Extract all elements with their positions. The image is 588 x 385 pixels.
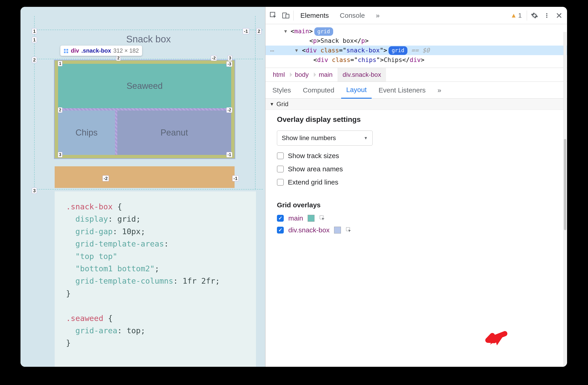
kebab-menu-icon[interactable] (542, 11, 552, 20)
settings-icon[interactable] (530, 11, 539, 20)
grid-line-number: -1 (243, 28, 249, 34)
dom-node-main[interactable]: ▼ <main>grid (266, 26, 567, 36)
checkbox-label: Show area names (288, 165, 343, 173)
grid-badge[interactable]: grid (389, 46, 407, 55)
inspect-element-icon[interactable] (269, 11, 278, 20)
tab-computed[interactable]: Computed (298, 82, 339, 98)
device-toolbar-icon[interactable] (281, 11, 291, 20)
warning-icon: ▲ (511, 12, 517, 19)
svg-rect-2 (64, 51, 65, 53)
grid-badge[interactable]: grid (314, 27, 333, 36)
grid-line-number: -1 (232, 175, 239, 181)
color-swatch[interactable] (308, 215, 315, 222)
grid-inner-number: -3 (226, 61, 232, 67)
grid-inner-number: 1 (58, 61, 63, 66)
grid-inner-number: 3 (58, 152, 63, 157)
tab-console[interactable]: Console (336, 7, 369, 24)
svg-rect-3 (66, 51, 68, 53)
dom-node-p[interactable]: <p>Snack box</p> (266, 36, 567, 45)
grid-gap-horizontal (58, 108, 231, 110)
overlay-name[interactable]: div.snack-box (288, 226, 330, 234)
checkbox-area-names[interactable] (277, 166, 284, 172)
tooltip-tag: div (71, 47, 79, 54)
layout-panel-body: ▼ Grid Overlay display settings Show lin… (266, 99, 567, 367)
grid-inner-number: -1 (226, 152, 232, 157)
highlight-element-icon[interactable] (319, 215, 326, 222)
svg-point-9 (546, 16, 547, 18)
checkbox-track-sizes[interactable] (277, 152, 284, 159)
grid-line-number: 3 (32, 188, 37, 194)
checkbox-extend-lines[interactable] (277, 179, 284, 186)
css-code-block: .snack-box { display: grid; grid-gap: 10… (55, 191, 256, 367)
highlight-element-icon[interactable] (345, 227, 352, 234)
chevron-down-icon: ▼ (270, 102, 274, 107)
breadcrumb-item[interactable]: body (290, 68, 314, 82)
tab-styles[interactable]: Styles (267, 82, 296, 98)
vertical-scrollbar[interactable] (563, 32, 567, 367)
grid-inner-number: 2 (116, 55, 121, 61)
tooltip-class: .snack-box (81, 47, 111, 54)
scrollbar-thumb[interactable] (564, 139, 566, 230)
devtools-window: 1 -1 2 1 2 3 Snack box div.snack-box 312… (21, 7, 567, 367)
breadcrumb-item[interactable]: main (314, 68, 338, 82)
element-tooltip: div.snack-box 312 × 182 (60, 45, 142, 56)
snack-box-grid[interactable]: Seaweed Chips Peanut 1 2 -2 3 -3 2 -2 (55, 60, 234, 158)
chevron-down-icon: ▼ (364, 136, 368, 141)
checkbox-label: Show track sizes (288, 152, 339, 160)
tab-elements[interactable]: Elements (296, 7, 333, 24)
svg-rect-0 (64, 49, 65, 50)
grid-inner-number: -2 (211, 55, 217, 61)
devtools-panel: Elements Console » ▲ 1 ▼ <main>grid (265, 7, 567, 367)
close-icon[interactable] (554, 11, 564, 20)
tab-more[interactable]: » (432, 82, 446, 98)
warning-badge[interactable]: ▲ 1 (508, 12, 524, 19)
page-heading: Snack box (34, 34, 263, 45)
svg-point-8 (546, 15, 547, 16)
styles-tabbar: Styles Computed Layout Event Listeners » (266, 82, 567, 99)
grid-section-header[interactable]: ▼ Grid (266, 99, 567, 110)
line-numbers-select[interactable]: Show line numbers ▼ (277, 130, 373, 146)
checkbox-overlay-main[interactable]: ✓ (277, 215, 284, 222)
grid-line-number: 1 (32, 28, 37, 34)
devtools-toolbar: Elements Console » ▲ 1 (266, 7, 567, 24)
grid-gap-vertical (115, 110, 117, 155)
breadcrumb-item[interactable]: div.snack-box (337, 68, 386, 82)
tab-more[interactable]: » (372, 7, 384, 24)
checkbox-label: Extend grid lines (288, 178, 338, 186)
svg-rect-6 (286, 14, 289, 18)
tooltip-dims: 312 × 182 (113, 47, 139, 54)
overlay-row-main: ✓ main (277, 214, 556, 222)
overlay-row-snackbox: ✓ div.snack-box (277, 226, 556, 234)
dom-node-snack-box[interactable]: ⋯ ▼ <div class="snack-box">grid == $0 (266, 45, 567, 55)
overflow-dots-icon[interactable]: ⋯ (270, 45, 275, 56)
warning-count: 1 (518, 12, 522, 19)
grid-cell-seaweed: Seaweed (58, 64, 231, 108)
dom-tree[interactable]: ▼ <main>grid <p>Snack box</p> ⋯ ▼ <div c… (266, 24, 567, 68)
grid-line-number: 2 (256, 28, 261, 34)
checkbox-overlay-snackbox[interactable]: ✓ (277, 227, 284, 234)
grid-cell-peanut: Peanut (117, 110, 231, 155)
color-swatch[interactable] (334, 227, 341, 234)
dom-node-chips[interactable]: <div class="chips">Chips</div> (266, 55, 567, 65)
grid-line-number: -2 (103, 175, 109, 181)
below-grid-region (55, 166, 234, 188)
grid-icon (63, 48, 68, 53)
overlay-settings-title: Overlay display settings (277, 115, 556, 124)
grid-line-number: 2 (32, 57, 37, 63)
grid-overlays-title: Grid overlays (277, 201, 556, 209)
grid-inner-number: 2 (58, 107, 63, 113)
overlay-name[interactable]: main (288, 214, 303, 222)
grid-inner-number: -2 (226, 107, 232, 113)
grid-inner-number: 3 (228, 55, 232, 61)
breadcrumb-item[interactable]: html (268, 68, 290, 82)
page-preview-pane: 1 -1 2 1 2 3 Snack box div.snack-box 312… (21, 7, 265, 367)
breadcrumb: html body main div.snack-box (266, 68, 567, 82)
tab-layout[interactable]: Layout (341, 82, 372, 99)
grid-cell-chips: Chips (58, 110, 115, 155)
svg-point-7 (546, 13, 547, 14)
annotation-arrow-icon (482, 325, 509, 355)
svg-rect-1 (66, 49, 68, 50)
tab-event-listeners[interactable]: Event Listeners (374, 82, 431, 98)
